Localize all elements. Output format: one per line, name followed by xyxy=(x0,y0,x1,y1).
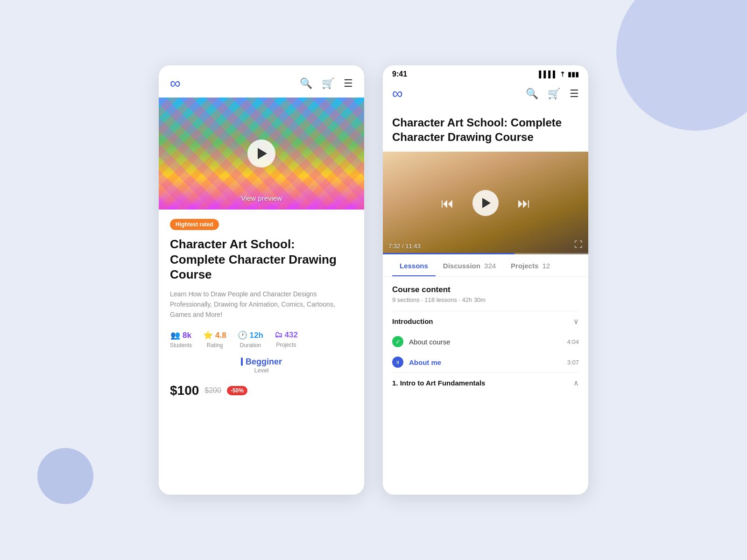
play-button[interactable] xyxy=(247,140,275,168)
section-art-fundamentals-title: 1. Intro to Art Fundamentals xyxy=(392,379,485,387)
stat-duration-label: Duration xyxy=(240,342,261,349)
right-course-title: Character Art School: Complete Character… xyxy=(392,115,579,144)
rating-icon: ⭐ xyxy=(203,331,215,340)
tab-lessons[interactable]: Lessons xyxy=(392,254,436,276)
nav-icons: 🔍 🛒 ☰ xyxy=(300,77,353,90)
tab-projects[interactable]: Projects 12 xyxy=(503,254,557,276)
tabs-row: Lessons Discussion 324 Projects 12 xyxy=(383,254,588,277)
left-phone-card: ∞ 🔍 🛒 ☰ View preview Hightest rated Char… xyxy=(159,65,364,495)
section-introduction-title: Introduction xyxy=(392,317,433,325)
section-art-fundamentals[interactable]: 1. Intro to Art Fundamentals ∧ xyxy=(392,372,579,393)
right-search-icon[interactable]: 🔍 xyxy=(526,88,538,100)
video-time-current: 7:32 xyxy=(388,243,400,250)
right-cart-icon[interactable]: 🛒 xyxy=(548,88,560,100)
stat-projects-label: Projects xyxy=(276,342,296,348)
level-bar-icon xyxy=(241,357,243,366)
lesson-about-course-duration: 4:04 xyxy=(567,338,579,345)
bg-decoration-circle-bottom xyxy=(37,448,93,504)
video-player[interactable]: ⏮ ⏭ 7:32 / 11:43 ⛶ xyxy=(383,152,588,254)
stat-duration: 🕐 12h Duration xyxy=(238,330,263,349)
stat-rating-value: ⭐ 4.8 xyxy=(203,330,226,340)
right-navbar: ∞ 🔍 🛒 ☰ xyxy=(383,81,588,108)
course-content-section: Course content 9 sections · 118 lessons … xyxy=(383,277,588,393)
lesson-about-course: ✓ About course 4:04 xyxy=(392,331,579,352)
price-current: $100 xyxy=(170,383,199,398)
video-time-total: 11:43 xyxy=(405,243,421,250)
section-introduction[interactable]: Introduction ∨ xyxy=(392,311,579,331)
logo-left: ∞ xyxy=(170,75,180,92)
lesson-about-me: ⏸ About me 3:07 xyxy=(392,352,579,372)
level-text: Begginer xyxy=(246,357,282,367)
status-bar: 9:41 ▌▌▌▌ ⇡ ▮▮▮ xyxy=(383,65,588,81)
play-triangle xyxy=(258,148,267,159)
stat-students-label: Students xyxy=(170,342,192,349)
view-preview-label[interactable]: View preview xyxy=(241,194,282,202)
lesson-about-me-name: About me xyxy=(409,358,562,366)
stat-students-value: 👥 8k xyxy=(170,330,191,340)
chevron-art-fundamentals-icon: ∧ xyxy=(573,378,579,387)
wifi-icon: ⇡ xyxy=(560,70,565,78)
duration-icon: 🕐 xyxy=(238,331,250,340)
stat-duration-value: 🕐 12h xyxy=(238,330,263,340)
level-section: Begginer Level xyxy=(170,357,353,374)
lesson-inprogress-icon: ⏸ xyxy=(392,357,403,368)
level-label: Level xyxy=(254,367,268,374)
logo-right: ∞ xyxy=(392,85,402,102)
left-navbar: ∞ 🔍 🛒 ☰ xyxy=(159,65,364,98)
stat-projects-value: 🗂 432 xyxy=(275,330,298,340)
highest-rated-badge: Hightest rated xyxy=(170,219,219,230)
video-time: 7:32 / 11:43 xyxy=(388,243,421,250)
lesson-about-me-duration: 3:07 xyxy=(567,359,579,366)
left-course-title: Character Art School: Complete Character… xyxy=(170,237,353,282)
stat-students: 👥 8k Students xyxy=(170,330,192,349)
price-original: $200 xyxy=(204,386,221,395)
course-description: Learn How to Draw People and Character D… xyxy=(170,289,353,320)
skip-forward-button[interactable]: ⏭ xyxy=(517,196,530,211)
battery-icon: ▮▮▮ xyxy=(568,70,579,78)
right-phone-card: 9:41 ▌▌▌▌ ⇡ ▮▮▮ ∞ 🔍 🛒 ☰ Character Art Sc… xyxy=(383,65,588,495)
discount-badge: -50% xyxy=(227,386,247,395)
projects-icon: 🗂 xyxy=(275,330,285,339)
video-progress-fill xyxy=(383,253,514,254)
stat-rating: ⭐ 4.8 Rating xyxy=(203,330,226,349)
search-icon[interactable]: 🔍 xyxy=(300,77,312,90)
right-menu-icon[interactable]: ☰ xyxy=(570,88,579,100)
fullscreen-button[interactable]: ⛶ xyxy=(574,240,583,250)
lesson-about-course-name: About course xyxy=(409,338,562,346)
tab-discussion-label: Discussion xyxy=(443,262,480,270)
video-play-button[interactable] xyxy=(472,190,499,216)
students-icon: 👥 xyxy=(170,331,183,340)
video-play-triangle xyxy=(482,198,491,208)
stat-projects: 🗂 432 Projects xyxy=(275,330,298,349)
video-progress-bar[interactable] xyxy=(383,253,588,254)
lesson-complete-icon: ✓ xyxy=(392,336,403,347)
course-content-title: Course content xyxy=(392,285,579,294)
status-icons: ▌▌▌▌ ⇡ ▮▮▮ xyxy=(539,70,579,78)
price-row: $100 $200 -50% xyxy=(170,383,353,398)
course-content-meta: 9 sections · 118 lessons · 42h 30m xyxy=(392,296,579,303)
left-content: Hightest rated Character Art School: Com… xyxy=(159,210,364,409)
status-time: 9:41 xyxy=(392,70,407,78)
tab-projects-count: 12 xyxy=(542,262,550,270)
video-controls: ⏮ ⏭ xyxy=(383,152,588,254)
right-content-header: Character Art School: Complete Character… xyxy=(383,108,588,144)
cart-icon[interactable]: 🛒 xyxy=(322,77,334,90)
level-value: Begginer xyxy=(241,357,282,367)
tab-lessons-label: Lessons xyxy=(400,262,428,270)
signal-icon: ▌▌▌▌ xyxy=(539,70,557,78)
tab-discussion[interactable]: Discussion 324 xyxy=(436,254,503,276)
tab-discussion-count: 324 xyxy=(484,262,496,270)
stat-rating-label: Rating xyxy=(207,342,223,349)
menu-icon[interactable]: ☰ xyxy=(344,77,353,90)
bg-decoration-circle-top xyxy=(616,0,747,131)
chevron-introduction-icon: ∨ xyxy=(573,317,579,326)
tab-projects-label: Projects xyxy=(511,262,538,270)
hero-image: View preview xyxy=(159,98,364,210)
right-nav-icons: 🔍 🛒 ☰ xyxy=(526,88,579,100)
stats-row: 👥 8k Students ⭐ 4.8 Rating 🕐 12h Duratio… xyxy=(170,330,353,349)
skip-back-button[interactable]: ⏮ xyxy=(441,196,454,211)
